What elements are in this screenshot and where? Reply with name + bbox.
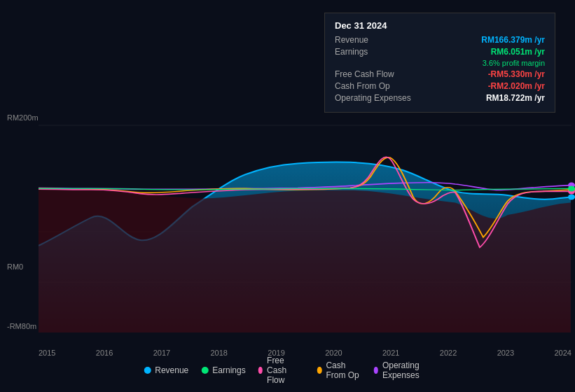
tooltip-fcf-label: Free Cash Flow: [335, 69, 394, 79]
tooltip-cashfromop-value: -RM2.020m /yr: [488, 81, 545, 91]
legend-fcf-label: Free Cash Flow: [267, 356, 305, 385]
tooltip-revenue-value: RM166.379m /yr: [481, 35, 545, 45]
legend-cashfromop-dot: [317, 367, 321, 374]
legend-fcf-dot: [258, 367, 263, 374]
tooltip-fcf-row: Free Cash Flow -RM5.330m /yr: [335, 69, 545, 79]
legend-cashfromop-label: Cash From Op: [326, 360, 361, 380]
legend-revenue-label: Revenue: [155, 365, 188, 375]
legend-fcf[interactable]: Free Cash Flow: [258, 356, 305, 385]
tooltip-date: Dec 31 2024: [335, 20, 545, 31]
tooltip-opex-label: Operating Expenses: [335, 93, 411, 103]
x-label-2016: 2016: [96, 349, 113, 357]
x-label-2022: 2022: [440, 349, 457, 357]
tooltip-cashfromop-row: Cash From Op -RM2.020m /yr: [335, 81, 545, 91]
svg-point-9: [568, 186, 575, 191]
legend-opex[interactable]: Operating Expenses: [374, 360, 431, 380]
legend-earnings-label: Earnings: [212, 365, 245, 375]
x-label-2024: 2024: [554, 349, 571, 357]
legend-opex-dot: [374, 367, 378, 374]
tooltip-earnings-value: RM6.051m /yr: [491, 47, 545, 57]
tooltip-revenue-label: Revenue: [335, 35, 368, 45]
legend-cashfromop[interactable]: Cash From Op: [317, 360, 361, 380]
legend-revenue-dot: [144, 367, 151, 374]
legend-earnings-dot: [201, 367, 208, 374]
legend-revenue[interactable]: Revenue: [144, 365, 188, 375]
chart-legend: Revenue Earnings Free Cash Flow Cash Fro…: [144, 356, 431, 385]
tooltip-opex-row: Operating Expenses RM18.722m /yr: [335, 93, 545, 103]
tooltip-cashfromop-label: Cash From Op: [335, 81, 390, 91]
tooltip-earnings-row: Earnings RM6.051m /yr: [335, 47, 545, 57]
tooltip-opex-value: RM18.722m /yr: [486, 93, 545, 103]
tooltip-profit-margin: 3.6% profit margin: [483, 59, 545, 67]
tooltip-earnings-label: Earnings: [335, 47, 368, 57]
svg-point-5: [568, 194, 575, 200]
legend-earnings[interactable]: Earnings: [201, 365, 245, 375]
x-label-2023: 2023: [497, 349, 514, 357]
tooltip-fcf-value: -RM5.330m /yr: [488, 69, 545, 79]
tooltip-panel: Dec 31 2024 Revenue RM166.379m /yr Earni…: [324, 13, 555, 113]
tooltip-profit-margin-row: 3.6% profit margin: [335, 59, 545, 67]
legend-opex-label: Operating Expenses: [382, 360, 431, 380]
chart-svg: [0, 108, 575, 332]
tooltip-revenue-row: Revenue RM166.379m /yr: [335, 35, 545, 45]
x-label-2015: 2015: [39, 349, 55, 357]
